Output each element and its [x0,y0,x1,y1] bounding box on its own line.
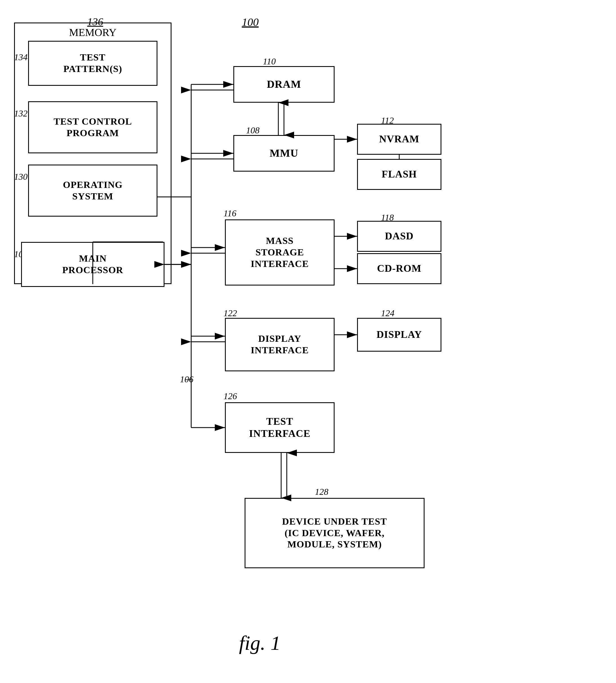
test-patterns-box: TESTPATTERN(S) [28,41,157,86]
operating-system-ref: 130 [14,172,27,182]
mmu-box: MMU [233,135,334,172]
memory-ref: 136 [87,16,103,28]
test-patterns-ref: 134 [14,52,27,62]
mmu-ref: 108 [246,125,260,135]
diagram: 100 MEMORY 136 134 TESTPATTERN(S) 132 TE… [0,0,616,683]
test-control-ref: 132 [14,108,27,119]
memory-title: MEMORY [69,26,117,39]
dasd-box: DASD [357,221,441,252]
bus-ref: 106 [180,374,194,385]
cd-rom-box: CD-ROM [357,253,441,284]
display-ref: 124 [381,308,394,318]
fig-label: fig. 1 [239,632,281,655]
display-box: DISPLAY [357,318,441,351]
device-under-test-ref: 128 [315,487,328,497]
mass-storage-box: MASSSTORAGEINTERFACE [225,219,334,285]
device-under-test-box: DEVICE UNDER TEST(IC DEVICE, WAFER,MODUL… [245,498,424,568]
test-interface-box: TESTINTERFACE [225,402,334,453]
test-interface-ref: 126 [223,391,237,401]
nvram-box: NVRAM [357,124,441,155]
flash-box: FLASH [357,159,441,190]
dram-ref: 110 [263,56,276,67]
display-interface-ref: 122 [223,308,237,318]
dram-box: DRAM [233,66,334,103]
system-ref-label: 100 [242,16,259,29]
mass-storage-ref: 116 [223,208,237,218]
display-interface-box: DISPLAYINTERFACE [225,318,334,371]
test-control-box: TEST CONTROLPROGRAM [28,101,157,153]
main-processor-box: MAINPROCESSOR [21,242,164,287]
operating-system-box: OPERATINGSYSTEM [28,165,157,217]
